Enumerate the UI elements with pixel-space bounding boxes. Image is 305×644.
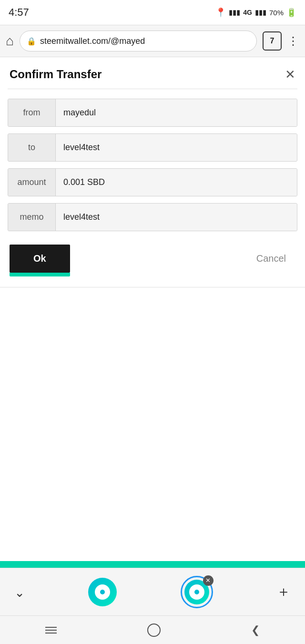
- battery-text: 70%: [269, 9, 284, 17]
- tab-1-dot: [99, 588, 106, 596]
- browser-bottom-nav: ⌃ ✕ ＋: [0, 568, 305, 615]
- menu-dots-icon[interactable]: ⋮: [287, 34, 299, 48]
- nav-back-icon[interactable]: ⌃: [14, 584, 25, 599]
- lock-icon: 🔒: [27, 37, 36, 46]
- status-time: 4:57: [9, 6, 29, 19]
- confirm-transfer-dialog: Confirm Transfer ✕ from mayedul to level…: [0, 57, 305, 287]
- to-label: to: [8, 134, 56, 161]
- tab-1-inner: [95, 584, 110, 600]
- dialog-title: Confirm Transfer: [10, 68, 102, 81]
- browser-tab-2-active[interactable]: ✕: [181, 576, 213, 608]
- nav-add-tab-button[interactable]: ＋: [276, 582, 291, 602]
- home-icon[interactable]: ⌂: [6, 33, 14, 49]
- recent-apps-icon: [45, 627, 57, 634]
- location-icon: 📍: [215, 7, 226, 18]
- back-button[interactable]: ❮: [237, 619, 274, 641]
- amount-label: amount: [8, 169, 56, 196]
- battery-icon: 🔋: [286, 8, 296, 18]
- dialog-buttons: Ok Cancel: [8, 245, 297, 273]
- to-row: to level4test: [8, 133, 297, 162]
- content-area: Confirm Transfer ✕ from mayedul to level…: [0, 57, 305, 621]
- close-dialog-button[interactable]: ✕: [285, 68, 295, 81]
- cancel-button[interactable]: Cancel: [247, 245, 295, 273]
- to-value: level4test: [56, 134, 297, 161]
- memo-value: level4test: [56, 204, 297, 231]
- bottom-teal-accent-bar: [0, 561, 305, 568]
- system-nav-bar: ❮: [0, 615, 305, 644]
- amount-row: amount 0.001 SBD: [8, 168, 297, 196]
- tab-2-inner2: [189, 584, 204, 600]
- recent-apps-button[interactable]: [31, 622, 71, 638]
- home-button-icon: [147, 624, 161, 637]
- signal2-icon: ▮▮▮: [255, 8, 266, 17]
- memo-label: memo: [8, 204, 56, 231]
- browser-tab-1[interactable]: [88, 578, 117, 606]
- signal-icon: ▮▮▮: [229, 8, 240, 17]
- url-text: steemitwallet.com/@mayed: [40, 36, 145, 46]
- url-bar[interactable]: 🔒 steemitwallet.com/@mayed: [20, 31, 257, 51]
- amount-value: 0.001 SBD: [56, 169, 297, 196]
- from-value: mayedul: [56, 99, 297, 126]
- network-4g-icon: 4G: [243, 9, 252, 16]
- tab-close-icon[interactable]: ✕: [203, 575, 214, 586]
- tab-count[interactable]: 7: [263, 31, 282, 51]
- home-button[interactable]: [133, 619, 175, 642]
- back-arrow-icon: ❮: [251, 624, 260, 636]
- from-row: from mayedul: [8, 99, 297, 127]
- from-label: from: [8, 99, 56, 126]
- ok-button[interactable]: Ok: [10, 245, 70, 273]
- status-bar: 4:57 📍 ▮▮▮ 4G ▮▮▮ 70% 🔋: [0, 0, 305, 25]
- tab-2-dot: [193, 588, 201, 596]
- status-icons: 📍 ▮▮▮ 4G ▮▮▮ 70% 🔋: [215, 7, 296, 18]
- browser-bar: ⌂ 🔒 steemitwallet.com/@mayed 7 ⋮: [0, 25, 305, 57]
- memo-row: memo level4test: [8, 203, 297, 231]
- dialog-header: Confirm Transfer ✕: [8, 57, 297, 89]
